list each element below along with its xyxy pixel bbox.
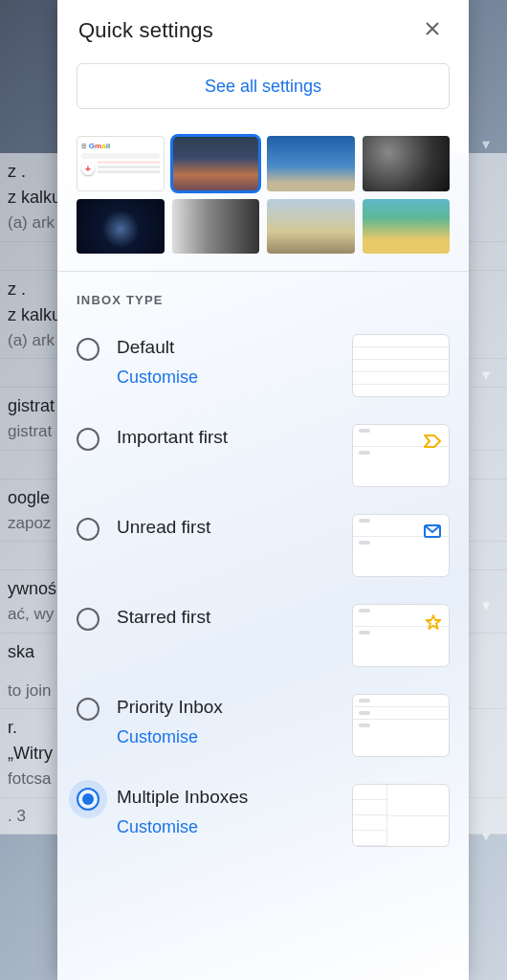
- inbox-option-important-first[interactable]: Important first: [77, 411, 450, 501]
- inbox-option-default[interactable]: Default Customise: [77, 321, 450, 411]
- important-icon: [424, 434, 441, 452]
- inbox-option-unread-first[interactable]: Unread first: [77, 501, 450, 590]
- theme-sunset-clouds[interactable]: [172, 136, 260, 191]
- chevron-down-icon: ▾: [482, 827, 499, 845]
- theme-default[interactable]: Gmail: [77, 136, 165, 191]
- theme-planet[interactable]: [77, 199, 165, 255]
- mail-icon: [424, 524, 441, 542]
- option-label: Default: [117, 336, 335, 360]
- radio-icon: [77, 608, 99, 631]
- preview-priority: [352, 694, 450, 757]
- preview-important: [352, 424, 450, 487]
- preview-starred: [352, 604, 450, 667]
- theme-pipes[interactable]: [363, 136, 451, 191]
- theme-architecture[interactable]: [267, 136, 355, 191]
- star-icon: [426, 614, 441, 634]
- customise-link[interactable]: Customise: [117, 817, 335, 837]
- collapse-chevrons: ▾ ▾ ▾ ▾: [482, 0, 499, 980]
- panel-title: Quick settings: [78, 18, 213, 43]
- chevron-down-icon: ▾: [482, 596, 499, 614]
- option-label: Priority Inbox: [117, 696, 335, 720]
- customise-link[interactable]: Customise: [117, 727, 335, 747]
- inbox-option-starred-first[interactable]: Starred first: [77, 590, 450, 680]
- radio-icon: [77, 428, 99, 451]
- radio-icon: [77, 518, 99, 541]
- radio-icon: [77, 698, 99, 721]
- theme-seashore[interactable]: [267, 199, 355, 255]
- option-label: Important first: [117, 426, 335, 450]
- preview-default: [352, 334, 450, 397]
- chevron-down-icon: ▾: [482, 135, 499, 153]
- preview-multiple: [352, 784, 450, 847]
- close-button[interactable]: [417, 15, 448, 46]
- theme-beach[interactable]: [363, 199, 451, 255]
- customise-link[interactable]: Customise: [117, 368, 335, 388]
- preview-unread: [352, 514, 450, 577]
- see-all-settings-button[interactable]: See all settings: [77, 63, 450, 109]
- inbox-option-priority[interactable]: Priority Inbox Customise: [77, 680, 450, 770]
- chevron-down-icon: ▾: [482, 366, 499, 384]
- inbox-type-label: INBOX TYPE: [77, 293, 450, 307]
- option-label: Starred first: [117, 606, 335, 630]
- close-icon: [423, 19, 442, 42]
- quick-settings-panel: Quick settings See all settings Gmail: [57, 0, 469, 980]
- radio-icon: [77, 338, 99, 361]
- option-label: Unread first: [117, 516, 335, 540]
- theme-bw-building[interactable]: [172, 199, 260, 255]
- settings-scroll-area[interactable]: Gmail INBOX TYPE Default Custo: [57, 126, 469, 980]
- inbox-option-multiple[interactable]: Multiple Inboxes Customise: [77, 770, 450, 860]
- option-label: Multiple Inboxes: [117, 786, 335, 810]
- theme-grid: Gmail: [77, 136, 450, 254]
- radio-icon: [77, 788, 99, 811]
